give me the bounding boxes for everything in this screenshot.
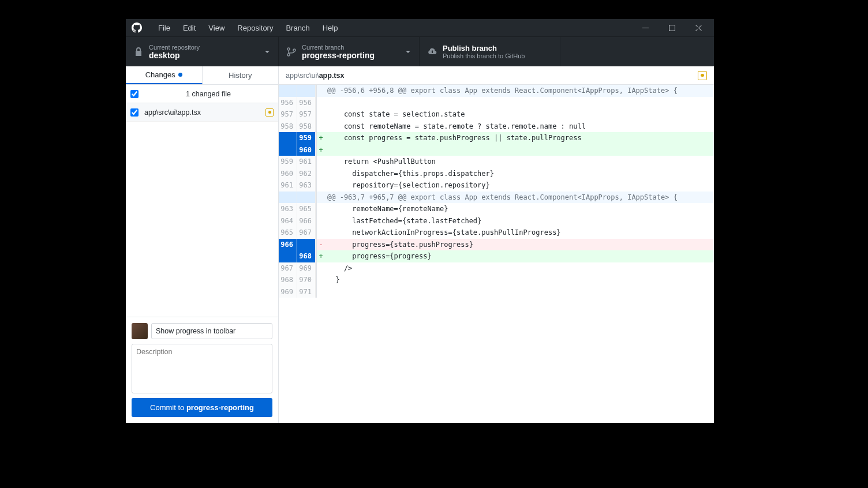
diff-body[interactable]: @@ -956,6 +956,8 @@ export class App ext… [279,85,714,423]
repo-label: Current repository [149,44,200,51]
file-path: app\src\ui\app.tsx [144,108,260,117]
menu-edit[interactable]: Edit [177,21,201,35]
diff-line[interactable]: 966- progress={state.pushProgress} [279,239,714,251]
diff-marker [317,156,325,168]
diff-line[interactable]: 958958 const remoteName = state.remote ?… [279,121,714,133]
diff-line[interactable]: 960962 dispatcher={this.props.dispatcher… [279,168,714,180]
code-content: networkActionInProgress={state.pushPullI… [325,227,714,239]
diff-marker [317,97,325,109]
line-old: 957 [279,108,297,121]
publish-subtitle: Publish this branch to GitHub [443,52,525,59]
diff-line[interactable]: 956956 [279,97,714,109]
diff-line[interactable]: 968970 } [279,274,714,286]
diff-marker [317,108,325,121]
diff-line[interactable]: 960+ [279,144,714,156]
diff-panel: app\src\ui\app.tsx @@ -956,6 +956,8 @@ e… [279,66,714,423]
file-row[interactable]: app\src\ui\app.tsx [126,103,278,122]
line-new: 966 [297,215,316,227]
menu-help[interactable]: Help [317,21,344,35]
diff-marker [317,203,325,215]
line-old [279,192,297,204]
line-old: 956 [279,97,297,109]
commit-description-input[interactable] [132,344,272,393]
branch-name: progress-reporting [302,51,375,60]
close-button[interactable] [685,19,712,36]
commit-summary-input[interactable] [151,323,272,339]
code-content: } [325,274,714,286]
diff-header: app\src\ui\app.tsx [279,66,714,85]
svg-rect-1 [669,25,675,31]
diff-line[interactable]: @@ -963,7 +965,7 @@ export class App ext… [279,192,714,204]
line-new: 963 [297,179,316,192]
menu-repository[interactable]: Repository [231,21,279,35]
code-content: const remoteName = state.remote ? state.… [325,121,714,133]
menu-branch[interactable]: Branch [280,21,315,35]
tab-history[interactable]: History [203,66,279,84]
code-content: const state = selection.state [325,108,714,121]
repo-selector[interactable]: Current repository desktop [126,37,279,66]
diff-line[interactable]: 959+ const progress = state.pushProgress… [279,132,714,144]
line-new: 967 [297,227,316,239]
diff-file-path: app\src\ui\app.tsx [286,72,344,80]
line-new [297,85,316,97]
tab-changes[interactable]: Changes [126,66,203,84]
line-old: 963 [279,203,297,215]
commit-button[interactable]: Commit to progress-reporting [132,398,272,417]
line-new: 958 [297,121,316,133]
line-new: 971 [297,286,316,298]
line-new [297,192,316,204]
diff-marker [317,227,325,239]
line-old [279,144,297,156]
sidebar-tabs: Changes History [126,66,278,85]
diff-line[interactable]: 965967 networkActionInProgress={state.pu… [279,227,714,239]
line-old: 968 [279,274,297,286]
line-old [279,132,297,144]
code-content: @@ -956,6 +956,8 @@ export class App ext… [325,85,714,97]
line-new: 960 [297,144,316,156]
diff-line[interactable]: 968+ progress={progress} [279,250,714,262]
changes-indicator-dot [178,73,182,77]
publish-button[interactable]: Publish branch Publish this branch to Gi… [420,37,560,66]
diff-marker [317,121,325,133]
branch-label: Current branch [302,44,375,51]
diff-line[interactable]: 967969 /> [279,262,714,275]
diff-line[interactable]: 964966 lastFetched={state.lastFetched} [279,215,714,227]
chevron-down-icon [405,49,411,55]
titlebar: FileEditViewRepositoryBranchHelp [126,19,714,36]
diff-line[interactable]: 969971 [279,286,714,298]
modified-badge-icon [698,71,707,80]
maximize-button[interactable] [659,19,685,36]
diff-marker [317,286,325,298]
diff-marker [317,192,325,204]
commit-form: Commit to progress-reporting [126,317,278,423]
line-old: 965 [279,227,297,239]
code-content: return <PushPullButton [325,156,714,168]
code-content: @@ -963,7 +965,7 @@ export class App ext… [325,192,714,204]
line-old: 961 [279,179,297,192]
branch-selector[interactable]: Current branch progress-reporting [279,37,420,66]
code-content: progress={progress} [325,250,714,262]
diff-line[interactable]: @@ -956,6 +956,8 @@ export class App ext… [279,85,714,97]
diff-line[interactable]: 959961 return <PushPullButton [279,156,714,168]
file-checkbox[interactable] [130,108,139,117]
diff-line[interactable]: 963965 remoteName={remoteName} [279,203,714,215]
publish-title: Publish branch [443,44,525,52]
diff-marker [317,168,325,180]
avatar [132,323,148,339]
select-all-checkbox[interactable] [130,90,139,98]
line-old: 966 [279,239,297,251]
line-old: 964 [279,215,297,227]
diff-line[interactable]: 957957 const state = selection.state [279,108,714,121]
line-new: 965 [297,203,316,215]
line-old [279,250,297,262]
tab-changes-label: Changes [145,70,175,79]
commit-btn-prefix: Commit to [150,403,186,412]
code-content: repository={selection.repository} [325,179,714,192]
diff-line[interactable]: 961963 repository={selection.repository} [279,179,714,192]
menu-file[interactable]: File [152,21,176,35]
menu-view[interactable]: View [203,21,230,35]
line-old: 960 [279,168,297,180]
line-new: 956 [297,97,316,109]
code-content: const progress = state.pushProgress || s… [325,132,714,144]
minimize-button[interactable] [632,19,659,36]
